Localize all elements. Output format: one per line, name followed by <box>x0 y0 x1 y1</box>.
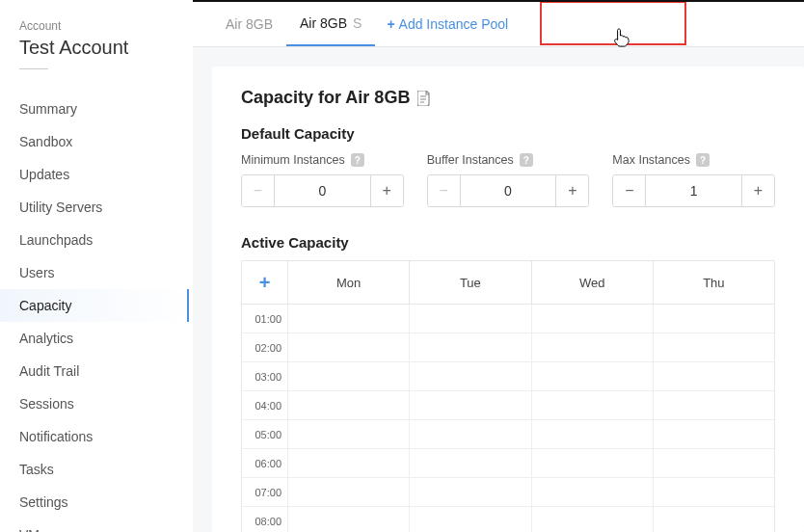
app-root: Account Test Account Summary Sandbox Upd… <box>0 0 804 532</box>
sidebar-item-vms[interactable]: VMs <box>19 519 193 532</box>
field-label: Minimum Instances ? <box>241 153 404 167</box>
sidebar-item-launchpads[interactable]: Launchpads <box>19 224 193 256</box>
schedule-cell[interactable] <box>532 333 654 361</box>
sidebar-item-sessions[interactable]: Sessions <box>19 387 193 420</box>
tab-air-8gb-2[interactable]: Air 8GB S <box>286 2 375 46</box>
annotation-highlight <box>540 1 686 45</box>
max-instances-field: Max Instances ? − 1 + <box>612 153 775 207</box>
schedule-cell[interactable] <box>654 478 774 506</box>
schedule-cell[interactable] <box>410 478 531 506</box>
cursor-hand-icon <box>613 27 632 48</box>
schedule-cell[interactable] <box>532 507 654 532</box>
sidebar-item-label: Audit Trail <box>19 363 79 379</box>
sidebar-nav: Summary Sandbox Updates Utility Servers … <box>19 93 193 532</box>
schedule-row: 08:00 <box>242 507 774 532</box>
sidebar-item-summary[interactable]: Summary <box>19 93 193 125</box>
active-capacity-title: Active Capacity <box>241 234 775 251</box>
schedule-cell[interactable] <box>288 305 410 332</box>
schedule-cell[interactable] <box>288 420 410 448</box>
help-icon[interactable]: ? <box>351 153 364 167</box>
schedule-time-label: 07:00 <box>242 478 288 506</box>
schedule-cell[interactable] <box>288 449 410 477</box>
schedule-cell[interactable] <box>654 420 774 448</box>
schedule-cell[interactable] <box>288 391 410 419</box>
schedule-cell[interactable] <box>410 449 531 477</box>
decrement-button[interactable]: − <box>428 175 461 206</box>
schedule-cell[interactable] <box>532 305 654 332</box>
schedule-time-label: 02:00 <box>242 333 288 361</box>
schedule-cell[interactable] <box>654 449 774 477</box>
schedule-cell[interactable] <box>532 449 654 477</box>
schedule-cell[interactable] <box>410 507 531 532</box>
increment-button[interactable]: + <box>555 175 588 206</box>
sidebar-item-audit-trail[interactable]: Audit Trail <box>19 355 193 387</box>
schedule-cell[interactable] <box>654 333 774 361</box>
add-instance-pool-button[interactable]: + Add Instance Pool <box>375 2 520 46</box>
schedule-time-label: 01:00 <box>242 305 288 332</box>
sidebar-item-settings[interactable]: Settings <box>19 486 193 519</box>
sidebar-item-label: Sandbox <box>19 134 72 149</box>
schedule-cell[interactable] <box>654 391 774 419</box>
sidebar-item-updates[interactable]: Updates <box>19 158 193 191</box>
schedule-body: 01:0002:0003:0004:0005:0006:0007:0008:00 <box>242 305 774 532</box>
field-label: Max Instances ? <box>612 153 775 167</box>
sidebar-item-label: Users <box>19 265 55 280</box>
schedule-row: 01:00 <box>242 305 774 333</box>
increment-button[interactable]: + <box>741 175 774 206</box>
help-icon[interactable]: ? <box>696 153 710 167</box>
decrement-button[interactable]: − <box>242 175 275 206</box>
sidebar-item-label: Tasks <box>19 462 54 477</box>
schedule-cell[interactable] <box>410 305 531 332</box>
schedule-add-column: + <box>242 261 288 304</box>
schedule-cell[interactable] <box>532 420 654 448</box>
sidebar-item-label: Updates <box>19 167 69 182</box>
sidebar-item-analytics[interactable]: Analytics <box>19 322 193 355</box>
schedule-cell[interactable] <box>288 478 410 506</box>
schedule-cell[interactable] <box>654 362 774 390</box>
sidebar-item-label: Capacity <box>19 298 71 313</box>
sidebar-item-users[interactable]: Users <box>19 256 193 289</box>
tab-label: Air 8GB <box>300 15 347 31</box>
tab-label: Air 8GB <box>226 16 273 32</box>
schedule-time-label: 05:00 <box>242 420 288 448</box>
sidebar-item-tasks[interactable]: Tasks <box>19 453 193 486</box>
schedule-cell[interactable] <box>532 362 654 390</box>
sidebar-item-label: Settings <box>19 494 68 510</box>
schedule-cell[interactable] <box>410 391 531 419</box>
buffer-instances-stepper: − 0 + <box>427 174 590 207</box>
schedule-row: 05:00 <box>242 420 774 449</box>
sidebar-item-label: Notifications <box>19 429 93 444</box>
schedule-day-tue[interactable]: Tue <box>410 261 531 304</box>
sidebar-item-sandbox[interactable]: Sandbox <box>19 125 193 158</box>
sidebar-item-utility-servers[interactable]: Utility Servers <box>19 191 193 224</box>
schedule-day-wed[interactable]: Wed <box>532 261 654 304</box>
main: Air 8GB Air 8GB S + Add Instance Pool <box>193 0 804 532</box>
schedule-cell[interactable] <box>532 391 654 419</box>
increment-button[interactable]: + <box>370 175 403 206</box>
sidebar-item-label: Analytics <box>19 331 73 346</box>
sidebar-item-capacity[interactable]: Capacity <box>0 289 193 322</box>
schedule-cell[interactable] <box>532 478 654 506</box>
sidebar-item-notifications[interactable]: Notifications <box>19 420 193 453</box>
card-title-text: Capacity for Air 8GB <box>241 88 410 108</box>
stepper-value[interactable]: 0 <box>461 175 556 206</box>
schedule-cell[interactable] <box>288 507 410 532</box>
stepper-value[interactable]: 1 <box>646 175 741 206</box>
schedule-day-thu[interactable]: Thu <box>654 261 774 304</box>
schedule-row: 04:00 <box>242 391 774 420</box>
schedule-cell[interactable] <box>410 333 531 361</box>
schedule-day-mon[interactable]: Mon <box>288 261 410 304</box>
schedule-cell[interactable] <box>288 333 410 361</box>
schedule-cell[interactable] <box>654 305 774 332</box>
schedule-header: + Mon Tue Wed Thu <box>242 261 774 305</box>
stepper-value[interactable]: 0 <box>275 175 370 206</box>
schedule-cell[interactable] <box>654 507 774 532</box>
schedule-cell[interactable] <box>410 420 531 448</box>
schedule-cell[interactable] <box>410 362 531 390</box>
schedule-cell[interactable] <box>288 362 410 390</box>
schedule-time-label: 04:00 <box>242 391 288 419</box>
tab-air-8gb-1[interactable]: Air 8GB <box>212 2 286 46</box>
help-icon[interactable]: ? <box>520 153 533 167</box>
add-schedule-button[interactable]: + <box>259 272 271 294</box>
decrement-button[interactable]: − <box>613 175 646 206</box>
